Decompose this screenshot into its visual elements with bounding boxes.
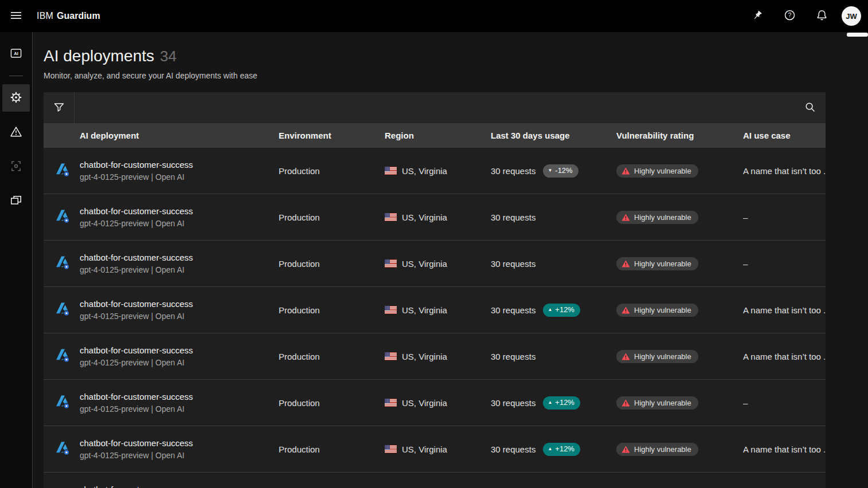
usage-cell: 30 requests ▼ -12% [491,164,616,178]
app-brand[interactable]: IBM Guardium [37,11,100,21]
vulnerability-label: Highly vulnerable [634,167,691,175]
deployment-name-cell: chatbot-for-customer-success gpt-4-0125-… [80,299,279,321]
trend-label: +12% [555,398,574,407]
vulnerability-warning-icon [621,214,630,221]
usage-cell: 30 requests [491,212,616,222]
bell-icon [816,9,828,23]
deployment-name-cell: chatbot-for-customer-success gpt-4-0125-… [80,345,279,367]
search-button[interactable] [795,92,826,123]
help-button[interactable]: ? [777,4,801,28]
trend-label: -12% [555,166,572,175]
environment-cell: Production [279,305,385,315]
table-row[interactable]: chatbot-for-customer-success gpt-4-0125-… [44,426,826,473]
environment-cell: Production [279,212,385,222]
environment-cell: Production [279,398,385,408]
page-count: 34 [160,48,177,65]
table-row[interactable]: chatbot-for-customer-success gpt-4-0125-… [44,148,826,194]
sidebar-item-models[interactable] [2,153,30,180]
hamburger-menu-button[interactable] [0,0,32,32]
help-icon: ? [784,9,796,23]
vulnerability-cell: Highly vulnerable [616,257,743,270]
deployment-icon-cell [44,348,80,365]
column-header-environment: Environment [279,131,385,140]
deployment-model: gpt-4-0125-preview | Open AI [80,404,279,414]
table-row[interactable]: chatbot-for-customer-success gpt-4-0125-… [44,194,826,241]
sidebar-divider [9,76,23,76]
region-label: US, Virginia [402,305,447,315]
usage-label: 30 requests [491,166,535,176]
environment-cell: Production [279,166,385,176]
environment-cell: Production [279,352,385,361]
deployment-name: chatbot-for-customer-success [80,392,279,402]
trend-label: +12% [555,444,574,454]
svg-text:?: ? [788,11,791,18]
sidebar-item-risks[interactable] [2,119,30,146]
table-header-row: AI deployment Environment Region Last 30… [44,123,826,148]
usage-cell: 30 requests [491,352,616,361]
azure-icon [55,208,71,226]
vulnerability-warning-icon [621,306,630,314]
trend-arrow-icon: ▲ [548,307,552,313]
scrollbar-thumb[interactable] [847,33,868,37]
sidebar-item-workloads[interactable] [2,187,30,215]
region-cell: US, Virginia [385,398,491,408]
pin-button[interactable] [745,4,769,28]
trend-arrow-icon: ▲ [548,400,552,406]
region-cell: US, Virginia [385,352,491,361]
region-label: US, Virginia [402,352,447,361]
azure-icon [55,162,71,179]
us-flag-icon [385,213,397,221]
vulnerability-cell: Highly vulnerable [616,164,743,178]
azure-icon [55,440,71,458]
trend-badge: ▲ +12% [543,304,580,317]
trend-label: +12% [555,305,574,314]
usage-label: 30 requests [491,305,535,315]
topbar-actions: ? JW [745,4,861,28]
usage-label: 30 requests [491,444,535,454]
us-flag-icon [385,167,397,175]
deployment-name-cell: chatbot-for-customer-success gpt-4-0125-… [80,160,279,182]
deployment-name: chatbot-for-customer-success [80,438,279,448]
sidebar-item-deployments[interactable] [2,84,30,112]
vulnerability-cell: Highly vulnerable [616,211,743,224]
trend-badge: ▼ -12% [543,164,578,178]
vulnerability-warning-icon [621,446,630,453]
region-label: US, Virginia [402,166,447,176]
search-icon [804,101,816,115]
vulnerability-label: Highly vulnerable [634,445,691,454]
table-row[interactable]: chatbot-for-customer-success gpt-4-0125-… [44,380,826,426]
table-row[interactable]: chatbot-for-customer-success gpt-4-0125-… [44,473,826,488]
user-avatar[interactable]: JW [842,6,861,26]
use-case-cell: – [743,212,826,222]
vulnerability-cell: Highly vulnerable [616,304,743,317]
vulnerability-label: Highly vulnerable [634,352,691,361]
deployment-name: chatbot-for-customer-success [80,160,279,170]
table-row[interactable]: chatbot-for-customer-success gpt-4-0125-… [44,287,826,333]
toolbar-spacer [75,92,795,123]
deployment-name-cell: chatbot-for-customer-success gpt-4-0125-… [80,253,279,274]
region-label: US, Virginia [402,444,447,454]
table-row[interactable]: chatbot-for-customer-success gpt-4-0125-… [44,333,826,380]
us-flag-icon [385,445,397,453]
vulnerability-label: Highly vulnerable [634,306,691,314]
sidebar-item-ai-hub[interactable]: AI [2,40,30,68]
brand-name: Guardium [57,11,100,21]
ai-icon: AI [10,47,22,61]
vulnerability-badge: Highly vulnerable [616,443,698,456]
deployment-name: chatbot-for-customer-success [80,345,279,355]
table-body: chatbot-for-customer-success gpt-4-0125-… [44,148,826,488]
filter-icon [53,101,65,115]
deployment-icon-cell [44,301,80,318]
table-row[interactable]: chatbot-for-customer-success gpt-4-0125-… [44,241,826,287]
vulnerability-label: Highly vulnerable [634,399,691,407]
filter-button[interactable] [44,92,75,123]
region-cell: US, Virginia [385,444,491,454]
sidebar: AI [0,32,33,488]
region-label: US, Virginia [402,398,447,408]
azure-icon [55,301,71,318]
us-flag-icon [385,259,397,267]
column-header-vulnerability: Vulnerability rating [616,131,743,140]
page-subtitle: Monitor, analyze, and secure your AI dep… [44,70,826,81]
notifications-button[interactable] [810,4,834,28]
vulnerability-warning-icon [621,167,630,175]
